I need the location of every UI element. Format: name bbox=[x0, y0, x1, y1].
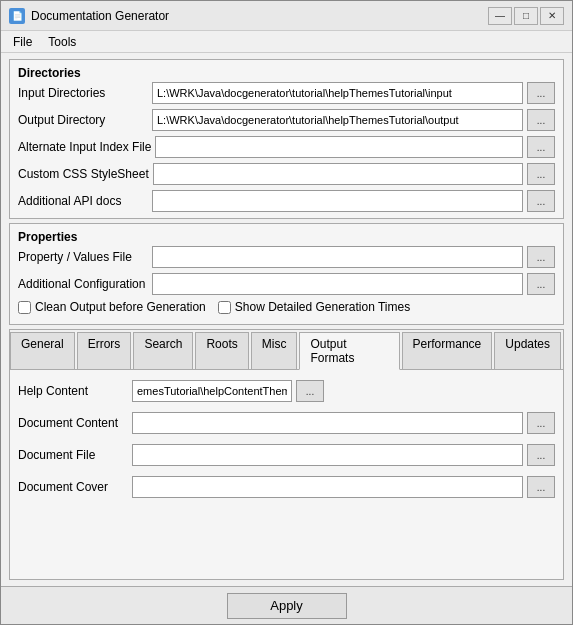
apply-button[interactable]: Apply bbox=[227, 593, 347, 619]
alt-input-row: Alternate Input Index File ... bbox=[18, 136, 555, 158]
alt-input-field[interactable] bbox=[155, 136, 523, 158]
close-button[interactable]: ✕ bbox=[540, 7, 564, 25]
input-directories-field[interactable] bbox=[152, 82, 523, 104]
properties-section: Properties Property / Values File ... Ad… bbox=[9, 223, 564, 325]
help-content-label: Help Content bbox=[18, 384, 128, 398]
additional-api-label: Additional API docs bbox=[18, 194, 148, 208]
tab-misc[interactable]: Misc bbox=[251, 332, 298, 369]
tab-performance[interactable]: Performance bbox=[402, 332, 493, 369]
document-file-browse[interactable]: ... bbox=[527, 444, 555, 466]
tab-output-formats[interactable]: Output Formats bbox=[299, 332, 399, 370]
title-bar-controls: — □ ✕ bbox=[488, 7, 564, 25]
maximize-button[interactable]: □ bbox=[514, 7, 538, 25]
tab-roots[interactable]: Roots bbox=[195, 332, 248, 369]
show-times-checkbox[interactable] bbox=[218, 301, 231, 314]
output-directory-browse[interactable]: ... bbox=[527, 109, 555, 131]
minimize-button[interactable]: — bbox=[488, 7, 512, 25]
document-cover-row: Document Cover ... bbox=[18, 476, 555, 498]
properties-label: Properties bbox=[18, 230, 555, 244]
clean-output-checkbox-label[interactable]: Clean Output before Generation bbox=[18, 300, 206, 314]
document-content-row: Document Content ... bbox=[18, 412, 555, 434]
property-file-label: Property / Values File bbox=[18, 250, 148, 264]
input-directories-row: Input Directories ... bbox=[18, 82, 555, 104]
bottom-bar: Apply bbox=[1, 586, 572, 624]
alt-input-browse[interactable]: ... bbox=[527, 136, 555, 158]
custom-css-row: Custom CSS StyleSheet ... bbox=[18, 163, 555, 185]
property-file-row: Property / Values File ... bbox=[18, 246, 555, 268]
document-content-browse[interactable]: ... bbox=[527, 412, 555, 434]
title-bar: 📄 Documentation Generator — □ ✕ bbox=[1, 1, 572, 31]
show-times-label: Show Detailed Generation Times bbox=[235, 300, 410, 314]
main-window: 📄 Documentation Generator — □ ✕ File Too… bbox=[0, 0, 573, 625]
document-file-label: Document File bbox=[18, 448, 128, 462]
additional-config-field[interactable] bbox=[152, 273, 523, 295]
tab-general[interactable]: General bbox=[10, 332, 75, 369]
directories-section: Directories Input Directories ... Output… bbox=[9, 59, 564, 219]
additional-api-row: Additional API docs ... bbox=[18, 190, 555, 212]
input-directories-label: Input Directories bbox=[18, 86, 148, 100]
help-content-browse[interactable]: ... bbox=[296, 380, 324, 402]
output-directory-field[interactable] bbox=[152, 109, 523, 131]
document-cover-field[interactable] bbox=[132, 476, 523, 498]
output-directory-row: Output Directory ... bbox=[18, 109, 555, 131]
window-title: Documentation Generator bbox=[31, 9, 169, 23]
clean-output-checkbox[interactable] bbox=[18, 301, 31, 314]
document-cover-label: Document Cover bbox=[18, 480, 128, 494]
custom-css-field[interactable] bbox=[153, 163, 523, 185]
input-directories-browse[interactable]: ... bbox=[527, 82, 555, 104]
document-file-field[interactable] bbox=[132, 444, 523, 466]
additional-config-label: Additional Configuration bbox=[18, 277, 148, 291]
menu-bar: File Tools bbox=[1, 31, 572, 53]
document-content-field[interactable] bbox=[132, 412, 523, 434]
menu-file[interactable]: File bbox=[5, 33, 40, 51]
menu-tools[interactable]: Tools bbox=[40, 33, 84, 51]
property-file-browse[interactable]: ... bbox=[527, 246, 555, 268]
custom-css-browse[interactable]: ... bbox=[527, 163, 555, 185]
additional-api-browse[interactable]: ... bbox=[527, 190, 555, 212]
additional-config-row: Additional Configuration ... bbox=[18, 273, 555, 295]
document-file-row: Document File ... bbox=[18, 444, 555, 466]
help-content-field[interactable] bbox=[132, 380, 292, 402]
document-cover-browse[interactable]: ... bbox=[527, 476, 555, 498]
additional-config-browse[interactable]: ... bbox=[527, 273, 555, 295]
document-content-label: Document Content bbox=[18, 416, 128, 430]
alt-input-label: Alternate Input Index File bbox=[18, 140, 151, 154]
help-content-row: Help Content ... bbox=[18, 380, 555, 402]
tab-updates[interactable]: Updates bbox=[494, 332, 561, 369]
app-icon: 📄 bbox=[9, 8, 25, 24]
output-directory-label: Output Directory bbox=[18, 113, 148, 127]
tab-output-formats-content: Help Content ... Document Content ... Do… bbox=[10, 370, 563, 579]
clean-output-label: Clean Output before Generation bbox=[35, 300, 206, 314]
additional-api-field[interactable] bbox=[152, 190, 523, 212]
tab-errors[interactable]: Errors bbox=[77, 332, 132, 369]
main-content: Directories Input Directories ... Output… bbox=[1, 53, 572, 586]
property-file-field[interactable] bbox=[152, 246, 523, 268]
tabs-container: General Errors Search Roots Misc Output … bbox=[9, 329, 564, 580]
tabs-bar: General Errors Search Roots Misc Output … bbox=[10, 330, 563, 370]
tab-search[interactable]: Search bbox=[133, 332, 193, 369]
show-times-checkbox-label[interactable]: Show Detailed Generation Times bbox=[218, 300, 410, 314]
custom-css-label: Custom CSS StyleSheet bbox=[18, 167, 149, 181]
title-bar-left: 📄 Documentation Generator bbox=[9, 8, 169, 24]
directories-label: Directories bbox=[18, 66, 555, 80]
checkboxes-row: Clean Output before Generation Show Deta… bbox=[18, 300, 555, 314]
